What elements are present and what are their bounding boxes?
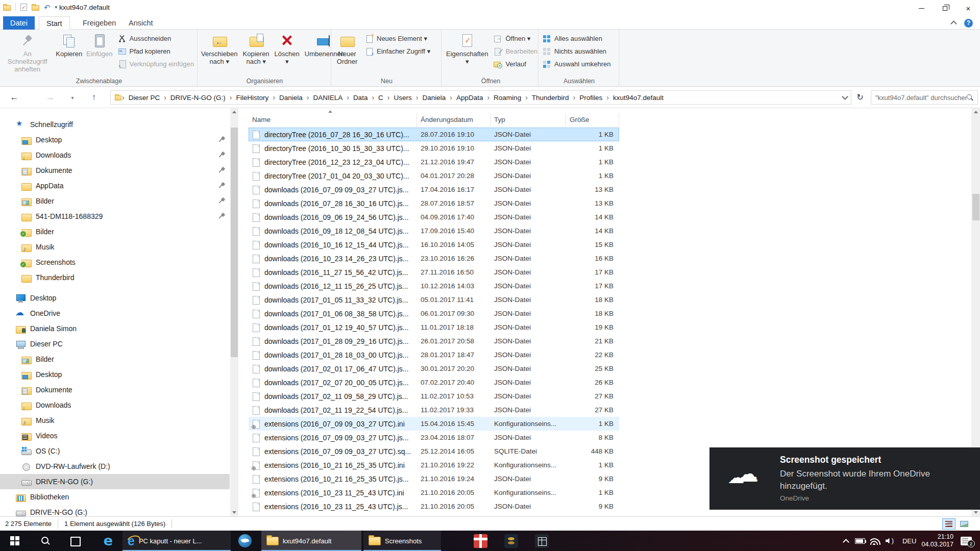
keyboard-language[interactable]: DEU	[902, 537, 916, 545]
taskbar-finance-app-button[interactable]	[499, 531, 523, 551]
sidebar-item-downloads[interactable]: Downloads	[0, 147, 230, 163]
ribbon-button-newfolder[interactable]: NeuerOrdner	[332, 31, 362, 65]
file-row[interactable]: downloads (2016_12_11 15_26_25 UTC).js..…	[249, 279, 619, 293]
sidebar-item-thunderbird[interactable]: Thunderbird	[0, 270, 230, 285]
ribbon-button-easyaccess[interactable]: Einfacher Zugriff ▾	[362, 45, 433, 58]
file-row[interactable]: extensions (2016_07_09 09_03_27 UTC).js.…	[249, 431, 619, 444]
help-icon[interactable]: ?	[964, 19, 973, 28]
ribbon-button-path[interactable]: Pfad kopieren	[115, 45, 198, 58]
tray-expand-icon[interactable]	[843, 538, 850, 543]
battery-icon[interactable]	[855, 538, 865, 544]
ribbon-button-shortcut[interactable]: Verknüpfung einfügen	[115, 58, 198, 70]
sidebar-item-dieser-pc[interactable]: Dieser PC	[0, 336, 230, 352]
breadcrumb-segment[interactable]: DRIVE-N-GO (G:)	[167, 94, 229, 102]
taskbar-calculator-app-button[interactable]	[530, 531, 553, 551]
sidebar-item-bilder[interactable]: Bilder	[0, 224, 230, 239]
file-row[interactable]: downloads (2016_07_28 16_30_16 UTC).js..…	[249, 196, 619, 210]
file-row[interactable]: downloads (2017_01_05 11_33_32 UTC).js..…	[249, 293, 619, 307]
properties-quick-icon[interactable]: ✓	[20, 4, 27, 11]
sidebar-item-dokumente[interactable]: Dokumente	[0, 382, 230, 397]
breadcrumb-segment[interactable]: Daniela	[419, 94, 449, 102]
breadcrumb-segment[interactable]: Data	[350, 94, 372, 102]
breadcrumb-segment[interactable]: Daniela	[276, 94, 306, 102]
volume-icon[interactable]	[886, 537, 895, 545]
ribbon-button-history[interactable]: Verlauf	[491, 58, 541, 70]
file-row[interactable]: downloads (2017_01_06 08_38_58 UTC).js..…	[249, 307, 619, 320]
ribbon-button-newitem[interactable]: Neues Element ▾	[362, 32, 433, 45]
sidebar-item-bilder[interactable]: Bilder	[0, 352, 230, 367]
new-folder-quick-icon[interactable]	[32, 5, 39, 11]
taskbar-gift-app-button[interactable]	[469, 531, 492, 551]
sidebar-item-desktop[interactable]: Desktop	[0, 132, 230, 147]
breadcrumb-segment[interactable]: Thunderbird	[528, 94, 573, 102]
sidebar-item-onedrive[interactable]: OneDrive	[0, 306, 230, 321]
ribbon-button-properties[interactable]: Eigenschaften▾	[444, 31, 491, 65]
sidebar-item-drive-n-go-g-[interactable]: DRIVE-N-GO (G:)	[0, 505, 230, 516]
action-center-icon[interactable]: 2	[961, 537, 972, 545]
file-row[interactable]: extensions (2016_10_21 16_25_35 UTC).js.…	[249, 472, 619, 486]
sidebar-item-schnellzugriff[interactable]: Schnellzugriff	[0, 117, 230, 132]
task-view-button[interactable]	[63, 531, 87, 551]
ribbon-button-pin[interactable]: An Schnellzugriffanheften	[1, 31, 54, 73]
sidebar-item-downloads[interactable]: Downloads	[0, 397, 230, 413]
sidebar-item-musik[interactable]: Musik	[0, 239, 230, 255]
column-header--nderungsdatum[interactable]: Änderungsdatum	[417, 113, 491, 127]
file-row[interactable]: downloads (2017_01_28 09_29_16 UTC).js..…	[249, 334, 619, 348]
address-dropdown-icon[interactable]	[838, 93, 850, 102]
up-button[interactable]: ↑	[87, 91, 101, 104]
taskbar-window-screenshots[interactable]: Screenshots	[363, 531, 441, 551]
sidebar-item-dokumente[interactable]: Dokumente	[0, 163, 230, 178]
forward-button[interactable]: →	[43, 91, 57, 104]
ribbon-button-invert[interactable]: Auswahl umkehren	[540, 58, 614, 70]
file-row[interactable]: extensions (2016_10_21 16_25_35 UTC).ini…	[249, 458, 619, 472]
sidebar-item-screenshots[interactable]: Screenshots	[0, 255, 230, 270]
sidebar-item-appdata[interactable]: AppData	[0, 178, 230, 193]
ribbon-button-selectall[interactable]: Alles auswählen	[540, 32, 614, 45]
file-row[interactable]: downloads (2017_02_01 17_06_47 UTC).js..…	[249, 362, 619, 375]
sidebar-item-drive-n-go-g-[interactable]: DRIVE-N-GO (G:)	[0, 474, 230, 489]
breadcrumb-segment[interactable]: Roaming	[490, 94, 525, 102]
file-row[interactable]: downloads (2016_09_18 12_08_54 UTC).js..…	[249, 224, 619, 238]
file-row[interactable]: downloads (2017_02_11 09_58_29 UTC).js..…	[249, 389, 619, 403]
taskbar-search-button[interactable]	[34, 531, 57, 551]
breadcrumb-segment[interactable]: AppData	[453, 94, 487, 102]
breadcrumb-segment[interactable]: Dieser PC	[125, 94, 164, 102]
ribbon-button-copyto[interactable]: Kopierennach ▾	[240, 31, 272, 65]
file-row[interactable]: downloads (2016_07_09 09_03_27 UTC).js..…	[249, 183, 619, 196]
file-row[interactable]: downloads (2017_02_11 19_22_54 UTC).js..…	[249, 403, 619, 417]
ribbon-button-copy[interactable]: Kopieren	[54, 31, 84, 58]
thumbnail-view-button[interactable]	[958, 518, 971, 530]
qat-customize-caret-icon[interactable]: ▾	[55, 5, 58, 10]
column-header-name[interactable]: Name	[249, 113, 417, 127]
sidebar-scrollbar[interactable]	[230, 108, 238, 516]
sidebar-item-bibliotheken[interactable]: Bibliotheken	[0, 489, 230, 505]
ribbon-button-delete[interactable]: Löschen▾	[272, 31, 302, 65]
tab-freigeben[interactable]: Freigeben	[76, 16, 123, 30]
sidebar-item-541-dm118-1688329[interactable]: 541-DM118-1688329	[0, 209, 230, 224]
close-button[interactable]: ×	[957, 0, 980, 16]
tab-start[interactable]: Start	[39, 16, 70, 30]
file-row[interactable]: directoryTree (2017_01_04 20_03_30 UTC).…	[249, 169, 619, 183]
minimize-button[interactable]	[910, 0, 933, 16]
breadcrumb-segment[interactable]: Users	[390, 94, 415, 102]
tab-datei[interactable]: Datei	[3, 16, 35, 30]
file-row[interactable]: downloads (2016_10_23 14_26_23 UTC).js..…	[249, 252, 619, 265]
file-row[interactable]: directoryTree (2016_07_28 16_30_16 UTC).…	[249, 128, 619, 141]
file-row[interactable]: downloads (2017_02_07 20_00_05 UTC).js..…	[249, 375, 619, 389]
recent-locations-caret-icon[interactable]: ▾	[67, 91, 78, 104]
file-row[interactable]: directoryTree (2016_12_23 12_23_04 UTC).…	[249, 155, 619, 169]
collapse-ribbon-icon[interactable]	[950, 19, 958, 27]
file-row[interactable]: extensions (2016_10_23 11_25_43 UTC).ini…	[249, 486, 619, 499]
file-row[interactable]: directoryTree (2016_10_30 15_30_33 UTC).…	[249, 141, 619, 155]
address-breadcrumb-bar[interactable]: ›Dieser PC›DRIVE-N-GO (G:)›FileHistory›D…	[110, 90, 851, 105]
taskbar-edge-button[interactable]: e	[96, 531, 120, 551]
sidebar-item-os-c-[interactable]: OS (C:)	[0, 443, 230, 459]
file-row[interactable]: extensions (2016_10_23 11_25_43 UTC).js.…	[249, 499, 619, 513]
sidebar-item-dvd-rw-laufwerk-d-[interactable]: DVD-RW-Laufwerk (D:)	[0, 459, 230, 474]
tab-ansicht[interactable]: Ansicht	[121, 16, 160, 30]
sidebar-item-bilder[interactable]: Bilder	[0, 193, 230, 209]
file-row[interactable]: downloads (2016_11_27 15_56_42 UTC).js..…	[249, 265, 619, 279]
file-row[interactable]: downloads (2016_10_16 12_15_44 UTC).js..…	[249, 238, 619, 252]
sidebar-item-daniela-simon[interactable]: Daniela Simon	[0, 321, 230, 336]
breadcrumb-segment[interactable]: Profiles	[576, 94, 606, 102]
